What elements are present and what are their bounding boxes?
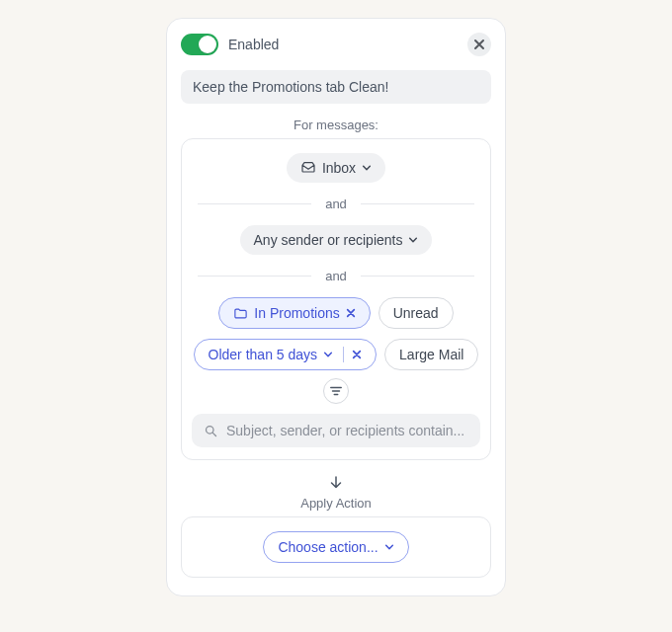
toggle-knob [199, 36, 216, 53]
close-icon [346, 308, 356, 318]
more-filters-button[interactable] [323, 378, 349, 404]
older-chip-label: Older than 5 days [209, 346, 318, 363]
close-button[interactable] [467, 33, 491, 56]
close-icon [473, 39, 485, 50]
sender-chip-label: Any sender or recipients [254, 231, 403, 249]
chevron-down-icon [362, 163, 372, 173]
promotions-chip-remove[interactable] [346, 308, 356, 318]
inbox-icon [300, 160, 316, 176]
rule-editor-card: Enabled Keep the Promotions tab Clean! F… [166, 18, 506, 596]
choose-action-button[interactable]: Choose action... [263, 531, 408, 563]
rule-title-text: Keep the Promotions tab Clean! [193, 79, 388, 95]
flow-arrow [181, 474, 491, 492]
chevron-down-icon [323, 350, 333, 359]
filter-icon [329, 384, 343, 398]
search-icon [204, 424, 218, 438]
large-mail-chip[interactable]: Large Mail [384, 339, 478, 370]
chevron-down-icon [408, 235, 418, 245]
older-chip-remove[interactable] [352, 350, 362, 359]
large-mail-chip-label: Large Mail [399, 346, 463, 363]
conditions-box: Inbox and Any sender or recipients and I… [181, 138, 491, 460]
enabled-toggle[interactable] [181, 34, 218, 55]
choose-action-label: Choose action... [278, 538, 378, 556]
folder-icon [233, 306, 248, 321]
apply-action-label: Apply Action [181, 496, 491, 511]
close-icon [352, 350, 362, 359]
chevron-down-icon [384, 542, 394, 552]
arrow-down-icon [327, 474, 345, 492]
search-placeholder: Subject, sender, or recipients contain..… [226, 423, 464, 438]
enabled-label: Enabled [228, 37, 279, 52]
card-header: Enabled [181, 33, 491, 56]
unread-chip[interactable]: Unread [378, 297, 454, 329]
promotions-chip-label: In Promotions [254, 304, 339, 322]
and-divider-2: and [198, 269, 474, 283]
rule-title-input[interactable]: Keep the Promotions tab Clean! [181, 70, 491, 104]
header-left: Enabled [181, 34, 279, 55]
search-input[interactable]: Subject, sender, or recipients contain..… [192, 414, 480, 447]
svg-point-0 [207, 426, 214, 434]
unread-chip-label: Unread [393, 304, 439, 322]
older-chip[interactable]: Older than 5 days [194, 339, 378, 370]
for-messages-label: For messages: [181, 118, 491, 132]
mailbox-chip[interactable]: Inbox [287, 153, 385, 183]
mailbox-chip-label: Inbox [322, 159, 356, 177]
and-divider-1: and [198, 197, 474, 211]
promotions-chip[interactable]: In Promotions [218, 297, 370, 329]
sender-chip[interactable]: Any sender or recipients [240, 225, 433, 255]
action-box: Choose action... [181, 516, 491, 578]
